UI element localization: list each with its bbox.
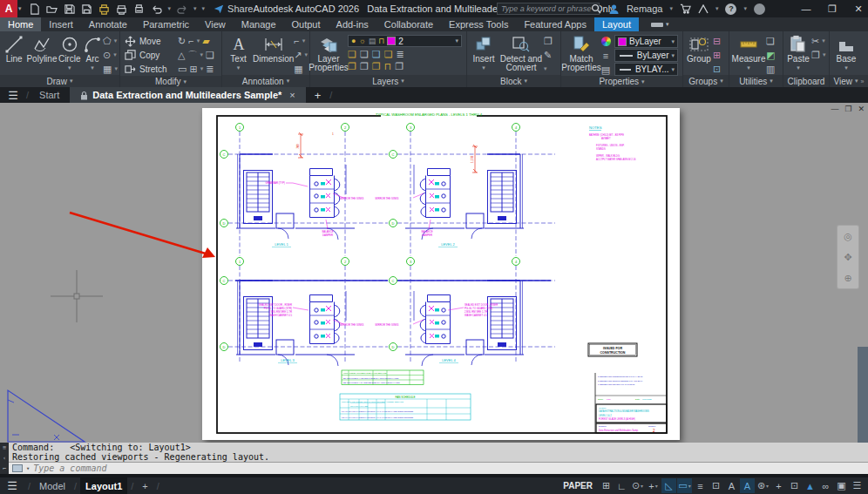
layer-isolate-icon[interactable]: ❏ [360, 49, 369, 59]
ungroup-icon[interactable]: ⊟ [713, 36, 721, 46]
selection-cycling-icon[interactable]: ⊡ [709, 478, 723, 493]
autodesk-caret-icon[interactable]: ▾ [715, 5, 719, 12]
save-icon[interactable] [64, 3, 76, 15]
ribbon-tab-view[interactable]: View [197, 17, 234, 31]
group-select-icon[interactable]: ⊡ [713, 64, 721, 74]
layer-properties-button[interactable]: Layer Properties [312, 33, 345, 72]
layer-unlock2-icon[interactable]: ⊓ [384, 61, 392, 71]
lineweight-icon[interactable]: ≡ [693, 478, 708, 493]
panel-label-modify[interactable]: Modify▾ [120, 76, 221, 87]
layout1-tab[interactable]: Layout1 [80, 477, 127, 494]
match-properties-button[interactable]: Match Properties [563, 33, 600, 72]
ribbon-collapse-button[interactable]: ▾ [644, 17, 676, 31]
layer-merge-icon[interactable]: ❐ [395, 61, 403, 71]
clean-screen-icon[interactable]: ▣ [834, 478, 849, 493]
layer-lock-icon[interactable]: ❏ [384, 49, 393, 59]
linetype-dropdown[interactable]: BYLAY...▾ [614, 63, 678, 76]
move-button[interactable]: Move [125, 35, 173, 48]
ribbon-overflow-icon[interactable]: » [861, 78, 865, 85]
object-snap-icon[interactable]: ▭▾ [677, 478, 692, 493]
batch-plot-icon[interactable] [116, 3, 128, 15]
zoom-extents-icon[interactable]: ⊕ [844, 273, 851, 284]
ribbon-tab-featured-apps[interactable]: Featured Apps [516, 17, 594, 31]
lineweight-dropdown[interactable]: ByLayer▾ [614, 49, 678, 62]
fillet-icon[interactable]: ⌒ [187, 50, 197, 60]
circle-caret-icon[interactable]: ▾ [68, 64, 71, 72]
restore-button[interactable]: ❐ [823, 0, 842, 17]
ribbon-tab-output[interactable]: Output [284, 17, 329, 31]
line-button[interactable]: Line [2, 33, 26, 64]
layer-match-icon[interactable]: ≣ [397, 49, 404, 59]
panel-label-properties[interactable]: Properties▾ [561, 76, 682, 87]
object-snap-tracking-icon[interactable]: +▾ [646, 478, 661, 493]
drawing-canvas[interactable]: TYPICAL WASHROOM ENLARGED PLANS - LEVELS… [0, 103, 868, 443]
offset-icon[interactable]: ≣ [206, 64, 214, 74]
file-tab-menu-icon[interactable]: ☰ [0, 87, 26, 103]
color-dropdown[interactable]: ByLayer▾ [614, 35, 678, 48]
panel-label-annotation[interactable]: Annotation▾ [222, 75, 309, 87]
copy-clip-icon[interactable]: ❐ [811, 50, 820, 60]
vp-restore-icon[interactable]: ❐ [844, 105, 851, 113]
ribbon-tab-parametric[interactable]: Parametric [135, 17, 197, 31]
customization-icon[interactable]: ☰ [850, 478, 865, 493]
search-icon[interactable] [591, 3, 601, 14]
polyline-button[interactable]: Polyline [26, 33, 57, 64]
panel-label-groups[interactable]: Groups▾ [683, 75, 729, 87]
app-menu-caret-icon[interactable]: ▾ [18, 5, 22, 12]
cut-icon[interactable]: ✂ [811, 36, 819, 46]
ortho-mode-icon[interactable]: ∟ [614, 478, 629, 493]
autodesk-mark-icon[interactable] [698, 4, 709, 14]
print-icon[interactable] [133, 3, 146, 15]
isolate-objects-icon[interactable]: ∞ [818, 478, 833, 493]
workspace-switching-icon[interactable]: + [771, 478, 786, 493]
file-tab-close-icon[interactable]: × [289, 90, 295, 100]
ribbon-tab-layout[interactable]: Layout [594, 17, 639, 31]
command-history-icon[interactable]: ≡ [3, 444, 6, 451]
paper-space-indicator[interactable]: PAPER [563, 481, 593, 491]
polar-tracking-icon[interactable]: ⊙▾ [630, 478, 645, 493]
measure-button[interactable]: Measure ▾ [731, 33, 766, 72]
snap-mode-icon[interactable]: ⊞ [599, 478, 614, 493]
search-input[interactable]: Type a keyword or phrase [497, 3, 600, 15]
annotation-visibility-icon[interactable]: A [724, 478, 739, 493]
layer-dropdown[interactable]: ● ☼ ▤ ⊓ 2 ▾ [348, 35, 462, 47]
panel-label-draw[interactable]: Draw▾ [0, 75, 119, 87]
close-button[interactable]: ✕ [849, 0, 868, 17]
model-tab[interactable]: Model [34, 477, 71, 494]
erase-icon[interactable]: ▰ [202, 36, 209, 46]
group-button[interactable]: Group [685, 33, 713, 64]
plot-icon[interactable] [98, 3, 111, 15]
panel-label-clipboard[interactable]: Clipboard [783, 75, 829, 87]
panel-label-layers[interactable]: Layers▾ [310, 75, 466, 87]
command-customize-icon[interactable]: ⌐ [3, 465, 6, 472]
annotation-monitor-icon[interactable]: ⊡ [787, 478, 802, 493]
navigation-bar[interactable]: ◎ ✥ ⊕ [837, 225, 859, 289]
detect-convert-button[interactable]: Detect and Convert [498, 33, 544, 72]
pan-icon[interactable]: ✥ [844, 252, 851, 263]
arc-button[interactable]: Arc ▾ [82, 33, 103, 72]
text-button[interactable]: A Text ▾ [224, 33, 253, 72]
table-icon[interactable]: ▦ [294, 64, 302, 74]
dimension-button[interactable]: Dimension [253, 33, 294, 64]
isodraft-icon[interactable]: ◺ [661, 478, 676, 493]
graphics-performance-icon[interactable]: ▲ [803, 478, 817, 493]
vp-minimize-icon[interactable]: — [831, 105, 838, 113]
scale-icon[interactable]: ▭ [178, 64, 186, 74]
command-collapse-icon[interactable]: ‹ [3, 455, 6, 462]
panel-label-view[interactable]: View▾» [830, 75, 868, 87]
ribbon-tab-collaborate[interactable]: Collaborate [376, 17, 441, 31]
open-file-icon[interactable] [46, 3, 58, 15]
user-avatar-icon[interactable] [608, 3, 620, 15]
file-tab-active[interactable]: Data Extraction and Multileaders Sample*… [70, 87, 305, 103]
multileader-icon[interactable]: ↗ [294, 50, 302, 60]
assistant-icon[interactable] [754, 3, 765, 15]
mirror-icon[interactable]: △ [178, 50, 185, 60]
command-input[interactable]: ▾ Type a command [9, 462, 868, 474]
cart-icon[interactable] [680, 3, 691, 14]
ribbon-tab-home[interactable]: Home [0, 17, 41, 31]
undo-caret-icon[interactable]: ▾ [168, 5, 172, 12]
qat-customize-caret-icon[interactable]: ▾ [202, 5, 206, 12]
undo-icon[interactable] [151, 3, 163, 15]
user-caret-icon[interactable]: ▾ [669, 5, 673, 12]
polygon-icon[interactable]: ⬠ [103, 36, 112, 46]
